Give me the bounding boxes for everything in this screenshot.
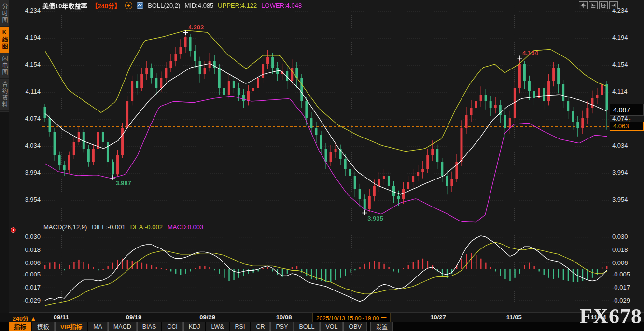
x-axis-date: 11/05 bbox=[506, 314, 522, 321]
toolbar-button-6[interactable]: BIAS bbox=[137, 322, 162, 331]
chart-app: 分时图K线图闪电图合约资料 美债10年收益率 【240分】 + BOLL(20,… bbox=[0, 0, 644, 331]
ref-price-badge: 4.063 bbox=[610, 122, 644, 131]
y-axis-tick: 3.994 bbox=[10, 169, 41, 177]
toolbar-button-15[interactable]: OBV bbox=[343, 322, 366, 331]
toolbar-button-14[interactable]: VOL bbox=[320, 322, 343, 331]
boll-label: BOLL(20,2) bbox=[148, 2, 180, 9]
y-axis-tick: 0.006 bbox=[10, 259, 41, 267]
y-axis-tick: 0.030 bbox=[612, 233, 642, 241]
x-axis-date: 09/11 bbox=[54, 314, 69, 321]
y-axis-tick: 4.034 bbox=[612, 142, 642, 150]
y-axis-tick: 4.194 bbox=[10, 34, 41, 41]
macd-params-label: MACD(26,12,9) bbox=[43, 223, 87, 231]
macd-macd-label: MACD:0.003 bbox=[168, 223, 203, 231]
last-price-badge: 4.087 bbox=[610, 104, 644, 116]
x-axis-row: 240分 ▲ 2025/10/13 15:00~19:00 一 09/1109/… bbox=[0, 313, 644, 322]
y-axis-tick: 3.954 bbox=[10, 196, 41, 204]
period-tag: 【240分】 bbox=[91, 1, 121, 10]
jump-latest-icon[interactable] bbox=[609, 1, 618, 9]
sidebar-tab-3[interactable]: 闪电图 bbox=[0, 53, 9, 79]
y-axis-tick: 4.194 bbox=[612, 34, 642, 41]
sidebar-tab-1[interactable]: 分时图 bbox=[0, 1, 9, 27]
y-axis-tick: 0.030 bbox=[10, 233, 41, 241]
sidebar-tab-2[interactable]: K线图 bbox=[0, 27, 9, 53]
indicator-toolbar: 指标模板VIP指标MAMACDBIASCCIKDJLW&RSICRPSYBOLL… bbox=[0, 322, 644, 331]
y-axis-tick: 3.994 bbox=[612, 169, 642, 177]
y-axis-tick: 4.234 bbox=[10, 7, 41, 14]
y-axis-tick: 3.954 bbox=[612, 196, 642, 204]
y-axis-tick: -0.005 bbox=[612, 271, 642, 278]
pan-right-icon[interactable] bbox=[599, 1, 608, 9]
y-axis-tick: 4.114 bbox=[612, 88, 642, 96]
macd-chart-canvas[interactable] bbox=[42, 232, 609, 310]
crosshair-icon[interactable] bbox=[579, 1, 588, 9]
toolbar-button-12[interactable]: PSY bbox=[270, 322, 293, 331]
toolbar-button-16[interactable]: 设置 bbox=[370, 322, 393, 331]
sidebar: 分时图K线图闪电图合约资料 bbox=[0, 0, 9, 313]
line-chart-icon[interactable] bbox=[137, 2, 143, 9]
toolbar-button-7[interactable]: CCI bbox=[162, 322, 183, 331]
macd-panel-settings-icon[interactable] bbox=[11, 227, 16, 233]
toolbar-button-4[interactable]: MA bbox=[88, 322, 108, 331]
brand-watermark: FX678 bbox=[579, 306, 642, 327]
y-axis-tick: 0.018 bbox=[10, 246, 41, 254]
sidebar-tab-4[interactable]: 合约资料 bbox=[0, 79, 9, 111]
toolbar-button-10[interactable]: RSI bbox=[230, 322, 251, 331]
y-axis-tick: 4.074 bbox=[10, 115, 41, 123]
boll-upper-label: UPPER:4.122 bbox=[218, 2, 257, 9]
boll-lower-label: LOWER:4.048 bbox=[261, 2, 302, 9]
y-axis-tick: -0.017 bbox=[10, 284, 41, 291]
sidebar-tabs: 分时图K线图闪电图合约资料 bbox=[0, 0, 9, 112]
y-axis-tick: -0.029 bbox=[10, 297, 41, 304]
y-axis-tick: -0.005 bbox=[10, 271, 41, 278]
macd-diff-label: DIFF:-0.001 bbox=[92, 223, 125, 231]
y-axis-tick: 0.006 bbox=[612, 259, 642, 267]
chart-header: 美债10年收益率 【240分】 + BOLL(20,2) MID:4.085 U… bbox=[42, 1, 302, 10]
instrument-title: 美债10年收益率 bbox=[42, 1, 87, 10]
add-indicator-icon[interactable]: + bbox=[125, 2, 132, 9]
x-axis-date: 09/19 bbox=[126, 314, 142, 321]
toolbar-button-13[interactable]: BOLL bbox=[294, 322, 320, 331]
x-axis-date: 10/27 bbox=[430, 314, 446, 321]
y-axis-tick: 4.114 bbox=[10, 88, 41, 96]
y-axis-tick: 4.154 bbox=[10, 61, 41, 69]
toolbar-button-5[interactable]: MACD bbox=[108, 322, 137, 331]
toolbar-button-8[interactable]: KDJ bbox=[183, 322, 206, 331]
boll-mid-label: MID:4.085 bbox=[184, 2, 213, 9]
x-axis-date: 09/29 bbox=[199, 314, 215, 321]
toolbar-button-2[interactable]: 模板 bbox=[32, 322, 55, 331]
x-axis-date: 10/08 bbox=[276, 314, 292, 321]
macd-header: MACD(26,12,9) DIFF:-0.001 DEA:-0.002 MAC… bbox=[43, 223, 203, 231]
up-arrow-icon: ▲ bbox=[30, 316, 36, 322]
main-price-chart-canvas[interactable] bbox=[42, 4, 609, 223]
y-axis-tick: -0.029 bbox=[612, 297, 642, 304]
toolbar-button-11[interactable]: CR bbox=[251, 322, 270, 331]
y-axis-tick: 4.034 bbox=[10, 142, 41, 150]
macd-dea-label: DEA:-0.002 bbox=[130, 223, 163, 231]
pan-left-icon[interactable] bbox=[589, 1, 598, 9]
toolbar-button-9[interactable]: LW& bbox=[206, 322, 229, 331]
y-axis-tick: 0.018 bbox=[612, 246, 642, 254]
selected-candle-time-label: 2025/10/13 15:00~19:00 一 bbox=[312, 313, 391, 323]
y-axis-tick: 4.154 bbox=[612, 61, 642, 69]
toolbar-button-3[interactable]: VIP指标 bbox=[55, 322, 87, 331]
chart-control-icons bbox=[579, 1, 618, 9]
toolbar-button-1[interactable]: 指标 bbox=[9, 322, 31, 331]
y-axis-tick: -0.017 bbox=[612, 284, 642, 291]
